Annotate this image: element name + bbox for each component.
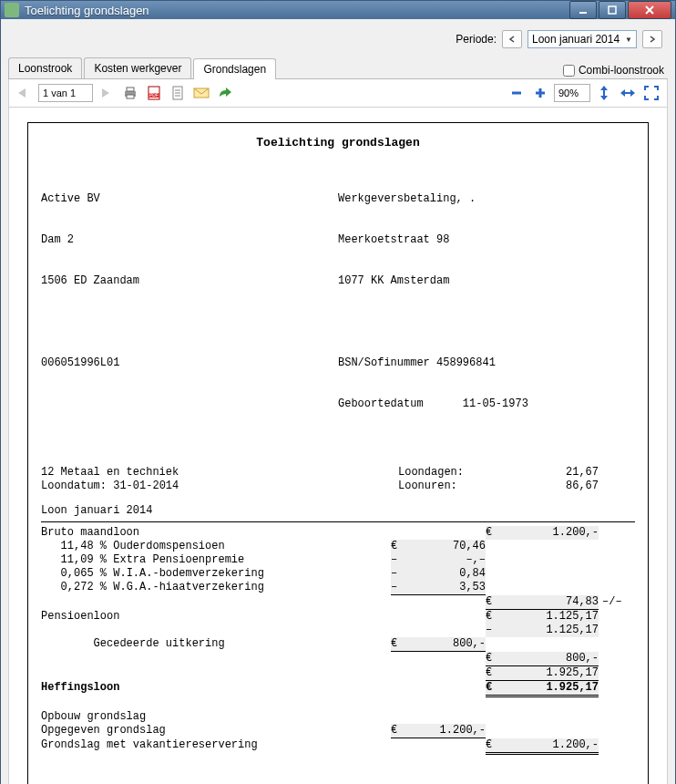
deduction-row: 11,09 % Extra Pensioenpremie – –,– <box>41 553 635 567</box>
document-icon <box>169 85 186 101</box>
page-indicator[interactable]: 1 van 1 <box>38 84 93 102</box>
tab-grondslagen[interactable]: Grondslagen <box>193 58 276 79</box>
fit-height-button[interactable] <box>594 83 614 103</box>
period-value: Loon januari 2014 <box>532 33 620 46</box>
arrow-right-icon <box>98 87 115 99</box>
maximize-button[interactable] <box>599 1 626 19</box>
pensioen-row: Pensioenloon € 1.125,17 <box>41 610 635 624</box>
close-button[interactable] <box>628 1 671 19</box>
combi-loonstrook-check[interactable]: Combi-loonstrook <box>559 62 668 78</box>
tab-row: Loonstrook Kosten werkgever Grondslagen … <box>8 57 668 79</box>
app-icon <box>5 3 19 17</box>
tab-label: Grondslagen <box>203 63 266 76</box>
deduction-row: 11,48 % Ouderdomspensioen € 70,46 <box>41 540 635 553</box>
arrow-left-icon <box>16 87 33 99</box>
header-block: Active BV Dam 2 1506 ED Zaandam 00605199… <box>41 165 635 438</box>
pensioen-row-2: – 1.125,17 <box>41 624 635 637</box>
combi-checkbox[interactable] <box>563 65 575 77</box>
zoom-in-button[interactable] <box>530 83 550 103</box>
period-row: Periode: Loon januari 2014 ▼ <box>8 26 668 52</box>
fit-width-button[interactable] <box>618 83 638 103</box>
subtotal-row: € 74,83 –/– <box>41 595 635 610</box>
opbouw-label: Opbouw grondslag <box>41 710 635 724</box>
chevron-down-icon: ▼ <box>625 36 632 44</box>
meta-row-1: 12 Metaal en techniek Loondagen: 21,67 <box>41 466 635 480</box>
email-button[interactable] <box>191 83 211 103</box>
company-id: 006051996L01 <box>41 356 338 370</box>
plus-icon <box>534 87 547 99</box>
app-window: Toelichting grondslagen Periode: Loon ja… <box>0 0 676 784</box>
subtotal-row: € 1.925,17 <box>41 666 635 681</box>
chevron-right-icon <box>649 36 656 43</box>
period-label: Periode: <box>456 33 497 46</box>
combi-label: Combi-loonstrook <box>579 64 664 77</box>
subtotal-row: € 800,- <box>41 652 635 666</box>
minimize-button[interactable] <box>569 1 597 19</box>
zoom-input[interactable]: 90% <box>554 84 590 102</box>
tab-label: Kosten werkgever <box>94 62 181 75</box>
grondslag-row: Grondslag met vakantiereservering € 1.20… <box>41 738 635 755</box>
svg-marker-5 <box>102 88 109 98</box>
employee-city: 1077 KK Amsterdam <box>338 274 635 288</box>
pdf-button[interactable]: PDF <box>144 83 164 103</box>
tab-loonstrook[interactable]: Loonstrook <box>8 57 82 78</box>
heffingsloon-row: Heffingsloon € 1.925,17 <box>41 681 635 697</box>
period-combo[interactable]: Loon januari 2014 ▼ <box>527 30 637 48</box>
svg-rect-8 <box>127 95 134 98</box>
deduction-row: 0,065 % W.I.A.-bodemverzekering – 0,84 <box>41 567 635 581</box>
svg-rect-7 <box>127 88 134 91</box>
print-button[interactable] <box>120 83 140 103</box>
chevron-left-icon <box>508 36 516 43</box>
report-page: Toelichting grondslagen Active BV Dam 2 … <box>27 122 649 784</box>
export-button[interactable] <box>168 83 188 103</box>
forward-button[interactable] <box>215 83 235 103</box>
tab-label: Loonstrook <box>18 62 72 75</box>
minus-icon <box>510 87 523 99</box>
minimize-icon <box>579 5 588 15</box>
period-next-button[interactable] <box>642 30 662 48</box>
meta-row-2: Loondatum: 31-01-2014 Loonuren: 86,67 <box>41 480 635 493</box>
svg-rect-1 <box>609 6 616 14</box>
company-street: Dam 2 <box>41 233 338 247</box>
fit-height-icon <box>598 85 610 101</box>
window-title: Toelichting grondslagen <box>25 4 569 17</box>
nav-first-button[interactable] <box>15 83 35 103</box>
share-arrow-icon <box>217 86 233 100</box>
report-title: Toelichting grondslagen <box>41 136 635 150</box>
employee-street: Meerkoetstraat 98 <box>338 233 635 247</box>
client-area: Periode: Loon januari 2014 ▼ Loonstrook … <box>1 19 675 784</box>
company-name: Active BV <box>41 192 338 206</box>
zoom-out-button[interactable] <box>507 83 527 103</box>
printer-icon <box>122 86 138 100</box>
pdf-icon: PDF <box>146 85 162 101</box>
company-city: 1506 ED Zaandam <box>41 274 338 288</box>
report-viewport[interactable]: Toelichting grondslagen Active BV Dam 2 … <box>8 108 668 784</box>
maximize-icon <box>608 5 617 15</box>
employee-payment: Werkgeversbetaling, . <box>338 192 635 206</box>
close-icon <box>645 5 654 15</box>
fit-width-icon <box>620 87 636 99</box>
fullscreen-button[interactable] <box>641 83 661 103</box>
tab-kosten-werkgever[interactable]: Kosten werkgever <box>84 57 191 78</box>
mail-icon <box>192 86 210 100</box>
period-prev-button[interactable] <box>502 30 522 48</box>
fullscreen-icon <box>644 86 659 100</box>
geced-row: Gecedeerde uitkering € 800,- <box>41 637 635 652</box>
opgegeven-row: Opgegeven grondslag € 1.200,- <box>41 724 635 738</box>
deduction-row: 0,272 % W.G.A.-hiaatverzekering – 3,53 <box>41 581 635 595</box>
svg-marker-4 <box>18 88 26 98</box>
nav-next-button[interactable] <box>97 83 117 103</box>
svg-text:PDF: PDF <box>149 92 159 98</box>
bruto-row: Bruto maandloon € 1.200,- <box>41 526 635 540</box>
report-toolbar: 1 van 1 PDF <box>8 79 668 108</box>
titlebar: Toelichting grondslagen <box>1 1 675 19</box>
period-line: Loon januari 2014 <box>41 504 635 518</box>
